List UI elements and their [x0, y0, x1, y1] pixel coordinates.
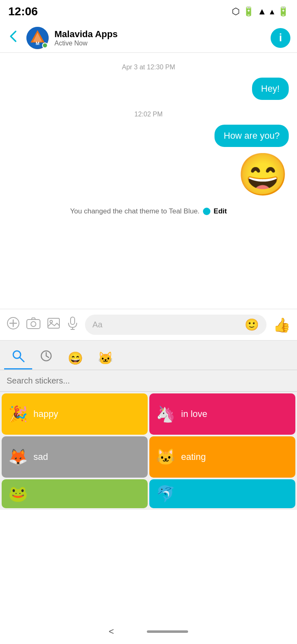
sticker-category-sad[interactable]: 🦊 sad: [2, 436, 148, 478]
sad-category-label: sad: [33, 452, 48, 462]
svg-rect-9: [48, 318, 59, 328]
bluetooth-icon: ⬡: [232, 6, 240, 17]
like-button[interactable]: 👍: [273, 317, 290, 333]
sticker-category-eating[interactable]: 🐱 eating: [149, 436, 295, 478]
info-icon: i: [279, 31, 282, 44]
happy-category-label: happy: [33, 409, 58, 419]
nav-home-pill[interactable]: [147, 630, 188, 633]
happy-category-icon: 🎉: [8, 405, 28, 423]
sticker-category-happy[interactable]: 🎉 happy: [2, 393, 148, 435]
sticker-panel: 😄 🐱 🎉 happy 🦄 in love 🦊 sad 🐱 eating 🐸: [0, 340, 297, 510]
input-bar: Aa 🙂 👍: [0, 309, 297, 340]
svg-rect-11: [71, 317, 75, 324]
text-input-wrap[interactable]: Aa 🙂: [85, 315, 266, 335]
vibrate-icon: 🔋: [243, 6, 254, 17]
contact-name: Malavida Apps: [54, 29, 271, 40]
text-input[interactable]: Aa: [92, 320, 240, 329]
sticker-tabs: 😄 🐱: [0, 341, 297, 370]
svg-line-15: [20, 358, 24, 362]
blue-category-icon: 🐬: [156, 485, 175, 503]
green-category-icon: 🐸: [8, 485, 28, 503]
svg-point-8: [31, 322, 36, 327]
sticker-tab-search[interactable]: [4, 345, 32, 369]
image-button[interactable]: [47, 317, 60, 333]
back-button[interactable]: [7, 30, 20, 46]
sticker-search-wrap: [0, 370, 297, 392]
plus-button[interactable]: [7, 317, 20, 333]
in-love-category-icon: 🦄: [156, 405, 175, 423]
svg-rect-7: [27, 320, 40, 329]
theme-notice-text: You changed the chat theme to Teal Blue.: [70, 207, 200, 215]
sad-category-icon: 🦊: [8, 448, 28, 466]
nav-back-button[interactable]: <: [109, 626, 114, 637]
emoji-message-row: 😄: [8, 154, 289, 195]
sticker-tab-recent[interactable]: [32, 345, 60, 369]
svg-text:M: M: [35, 41, 39, 46]
emoji-button[interactable]: 🙂: [245, 318, 259, 331]
edit-theme-link[interactable]: Edit: [214, 207, 227, 215]
timestamp-2: 12:02 PM: [8, 111, 289, 118]
status-bar: 12:06 ⬡ 🔋 ▲ ▴ 🔋: [0, 0, 297, 23]
online-indicator: [42, 43, 48, 48]
chat-header: M Malavida Apps Active Now i: [0, 23, 297, 53]
message-bubble-2: How are you?: [214, 125, 289, 147]
in-love-category-label: in love: [181, 409, 207, 419]
wifi-icon: ▴: [270, 6, 274, 17]
theme-notice: You changed the chat theme to Teal Blue.…: [8, 207, 289, 215]
svg-point-10: [50, 320, 52, 323]
sticker-search-input[interactable]: [7, 376, 290, 386]
battery-icon: 🔋: [278, 6, 289, 17]
sticker-category-green[interactable]: 🐸: [2, 479, 148, 508]
chat-area: Apr 3 at 12:30 PM Hey! 12:02 PM How are …: [0, 53, 297, 309]
sticker-category-blue[interactable]: 🐬: [149, 479, 295, 508]
theme-color-dot: [203, 208, 210, 215]
timestamp-1: Apr 3 at 12:30 PM: [8, 64, 289, 71]
signal-icon: ▲: [257, 6, 266, 17]
status-icons: ⬡ 🔋 ▲ ▴ 🔋: [232, 6, 289, 17]
sticker-tab-happy[interactable]: 😄: [60, 347, 90, 369]
sticker-categories: 🎉 happy 🦄 in love 🦊 sad 🐱 eating 🐸 🐬: [0, 392, 297, 510]
status-time: 12:06: [8, 5, 38, 18]
message-bubble-1: Hey!: [252, 78, 289, 100]
big-emoji: 😄: [237, 154, 289, 195]
sticker-category-in-love[interactable]: 🦄 in love: [149, 393, 295, 435]
eating-category-icon: 🐱: [156, 448, 175, 466]
mic-button[interactable]: [67, 317, 78, 333]
sticker-tab-pusheen[interactable]: 🐱: [90, 347, 120, 369]
contact-status: Active Now: [54, 40, 271, 47]
camera-button[interactable]: [26, 317, 40, 333]
eating-category-label: eating: [181, 452, 206, 462]
contact-info: Malavida Apps Active Now: [54, 29, 271, 47]
message-row-1: Hey!: [8, 78, 289, 100]
info-button[interactable]: i: [271, 28, 290, 48]
avatar-wrap: M: [26, 27, 49, 49]
nav-bar: <: [0, 619, 297, 644]
message-row-2: How are you?: [8, 125, 289, 147]
